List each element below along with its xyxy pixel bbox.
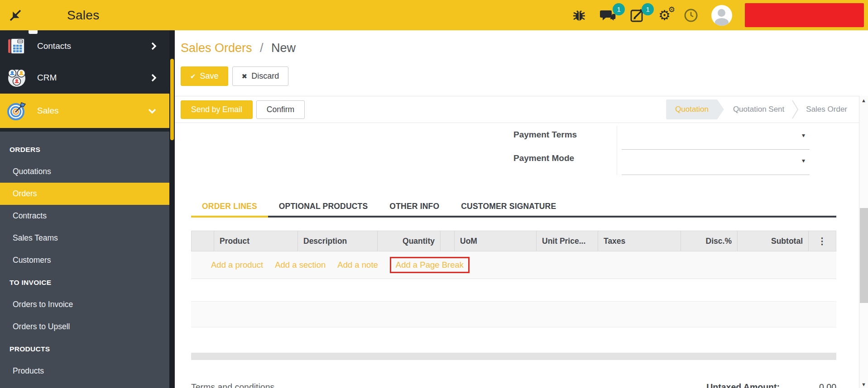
discard-button[interactable]: ✖ Discard [232, 66, 289, 86]
add-a-note-link[interactable]: Add a note [337, 260, 378, 270]
debug-bug-icon[interactable] [571, 8, 587, 23]
sidebar-section-orders: ORDERS [0, 138, 169, 161]
sidebar-item-sales[interactable]: Sales [0, 94, 169, 128]
sidebar-item-label: Contacts [37, 41, 71, 51]
main-scrollbar-thumb[interactable] [860, 208, 868, 303]
column-description[interactable]: Description [298, 231, 378, 251]
terms-and-conditions-link[interactable]: Terms and conditions [191, 382, 274, 388]
chevron-down-icon [148, 108, 157, 114]
save-button[interactable]: ✔ Save [181, 66, 228, 86]
send-by-email-button[interactable]: Send by Email [181, 100, 253, 119]
sidebar-item-crm[interactable]: CRM [0, 62, 169, 94]
untaxed-amount-label: Untaxed Amount: [706, 382, 780, 388]
breadcrumb-current: New [271, 41, 296, 55]
untaxed-amount-group: Untaxed Amount: 0.00 [706, 382, 836, 388]
check-icon: ✔ [190, 72, 196, 80]
payment-terms-dropdown[interactable]: ▾ [622, 126, 810, 150]
column-quantity[interactable]: Quantity [378, 231, 441, 251]
breadcrumb: Sales Orders / New [181, 41, 296, 55]
payment-mode-label: Payment Mode [513, 150, 617, 173]
sidebar-apps-zone: Contacts CRM [0, 30, 169, 132]
topbar-left-group: Sales [0, 7, 100, 24]
column-product[interactable]: Product [214, 231, 298, 251]
recent-history-clock-icon[interactable] [683, 8, 699, 23]
empty-row-band [191, 301, 836, 327]
stage-sales-order[interactable]: Sales Order [806, 105, 847, 114]
sidebar-item-customers[interactable]: Customers [0, 249, 169, 271]
action-toolbar: Send by Email Confirm Quotation Quotatio… [175, 96, 859, 123]
sidebar-item-orders[interactable]: Orders [0, 183, 169, 205]
contacts-icon [6, 36, 27, 57]
add-a-section-link[interactable]: Add a section [275, 260, 326, 270]
sidebar-item-products[interactable]: Products [0, 360, 169, 382]
untaxed-amount-value: 0.00 [780, 382, 836, 388]
order-lines-add-row: Add a product Add a section Add a note A… [191, 251, 836, 279]
footer-row: Terms and conditions Untaxed Amount: 0.0… [191, 382, 836, 388]
app-title: Sales [67, 8, 100, 23]
stage-quotation-sent[interactable]: Quotation Sent [733, 105, 784, 114]
tab-optional-products[interactable]: OPTIONAL PRODUCTS [268, 197, 379, 216]
top-navbar: Sales 1 [0, 0, 868, 30]
payment-labels-column: Payment Terms Payment Mode [513, 126, 617, 175]
small-gear-icon: ⚙ [668, 6, 675, 14]
sidebar-item-contracts[interactable]: Contracts [0, 205, 169, 227]
breadcrumb-sales-orders-link[interactable]: Sales Orders [181, 41, 252, 55]
crm-icon [6, 67, 27, 88]
column-discount[interactable]: Disc.% [681, 231, 738, 251]
sidebar-item-label: CRM [37, 73, 57, 83]
notebook-tabs: ORDER LINES OPTIONAL PRODUCTS OTHER INFO… [191, 197, 836, 218]
sidebar-item-pricelists[interactable]: Pricelists [0, 382, 169, 388]
chevron-right-icon [151, 73, 157, 82]
tab-customer-signature[interactable]: CUSTOMER SIGNATURE [450, 197, 567, 216]
add-a-product-link[interactable]: Add a product [211, 260, 263, 270]
column-taxes[interactable]: Taxes [598, 231, 681, 251]
sidebar-menu-zone: ORDERS Quotations Orders Contracts Sales… [0, 132, 169, 388]
control-panel-buttons: ✔ Save ✖ Discard [181, 66, 288, 86]
column-subtotal[interactable]: Subtotal [738, 231, 809, 251]
settings-gears-icon[interactable]: ⚙⚙ [658, 9, 671, 22]
kebab-menu-icon[interactable]: ⋮ [818, 236, 827, 246]
topbar-right-group: 1 1 ⚙⚙ [571, 3, 868, 27]
activities-menu[interactable]: 1 [629, 8, 646, 23]
separator-band [191, 353, 836, 360]
compress-menu-icon[interactable] [7, 7, 24, 24]
payment-mode-dropdown[interactable]: ▾ [622, 151, 810, 175]
column-uom[interactable]: UoM [455, 231, 537, 251]
caret-down-icon: ▾ [802, 132, 805, 139]
apps-grid-icon[interactable] [36, 7, 53, 24]
column-unit-price[interactable]: Unit Price... [537, 231, 598, 251]
tab-other-info[interactable]: OTHER INFO [379, 197, 450, 216]
main-scrollbar[interactable]: ▲ ▼ [859, 96, 868, 388]
sidebar-item-orders-to-invoice[interactable]: Orders to Invoice [0, 293, 169, 316]
add-a-page-break-link[interactable]: Add a Page Break [396, 260, 464, 270]
username-redaction-block [745, 3, 864, 27]
column-handle [192, 231, 214, 251]
annotation-red-box: Add a Page Break [390, 257, 470, 273]
sidebar: Contacts CRM [0, 30, 169, 388]
scrollbar-up-arrow[interactable]: ▲ [859, 98, 868, 103]
sidebar-item-orders-to-upsell[interactable]: Orders to Upsell [0, 316, 169, 338]
sidebar-scrollbar-thumb[interactable] [170, 59, 174, 140]
messages-menu[interactable]: 1 [599, 8, 617, 23]
divider-toolbar-bottom [175, 123, 859, 123]
stage-quotation[interactable]: Quotation [666, 99, 724, 119]
sidebar-item-label: Sales [37, 106, 59, 116]
messages-count-badge: 1 [613, 3, 625, 15]
sidebar-item-contacts[interactable]: Contacts [0, 30, 169, 62]
cross-icon: ✖ [242, 72, 248, 80]
tab-order-lines[interactable]: ORDER LINES [191, 197, 268, 218]
payment-terms-label: Payment Terms [513, 126, 617, 150]
main-content: Sales Orders / New ✔ Save ✖ Discard Send… [175, 30, 868, 388]
sidebar-scrollbar[interactable] [169, 30, 175, 388]
sidebar-item-sales-teams[interactable]: Sales Teams [0, 227, 169, 249]
user-avatar[interactable] [711, 5, 732, 26]
optional-columns-cell: ⋮ [809, 231, 835, 251]
activities-count-badge: 1 [642, 3, 654, 15]
sidebar-section-products: PRODUCTS [0, 338, 169, 360]
scrollbar-down-arrow[interactable]: ▼ [859, 382, 868, 387]
cut-off-app-icon [29, 30, 38, 34]
confirm-button[interactable]: Confirm [256, 100, 305, 119]
sidebar-section-to-invoice: TO INVOICE [0, 271, 169, 293]
breadcrumb-separator: / [260, 41, 264, 55]
sidebar-item-quotations[interactable]: Quotations [0, 161, 169, 183]
